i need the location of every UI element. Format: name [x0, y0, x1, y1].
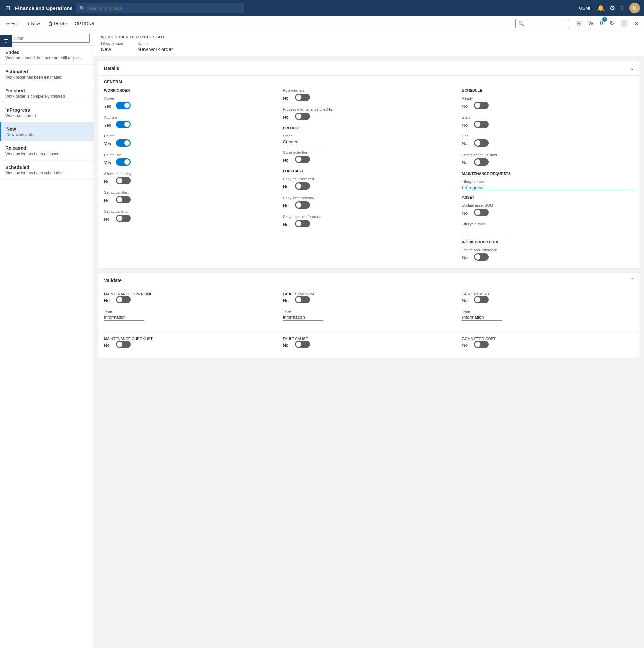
sidebar-item-finished[interactable]: Finished Work order is completely finish… — [0, 84, 94, 103]
active-value: Yes — [104, 104, 113, 109]
validate-card-header[interactable]: Validate ⌃ — [98, 273, 640, 288]
ready-toggle[interactable] — [474, 102, 489, 109]
delete-line-toggle[interactable] — [116, 158, 131, 166]
content-area: WORK ORDER LIFECYCLE STATE Lifecycle sta… — [94, 31, 644, 648]
process-checklist-toggle-row: No — [283, 113, 455, 121]
lifecycle-state-label: Lifecycle state — [101, 42, 124, 46]
maintenance-checklist-toggle-field: No — [104, 341, 276, 349]
copy-hour-value: No — [283, 184, 292, 189]
sidebar-item-released-title: Released — [5, 145, 88, 151]
close-activities-toggle[interactable] — [295, 156, 310, 163]
work-order-column: WORK ORDER Active Yes — [104, 88, 276, 267]
fault-remedy-type-value: Information — [462, 315, 502, 321]
update-asset-bom-toggle[interactable] — [474, 209, 489, 216]
notification-badge-icon[interactable]: 0 0 — [597, 18, 606, 29]
help-icon[interactable]: ? — [620, 5, 624, 12]
copy-hour-toggle[interactable] — [295, 182, 310, 190]
close-icon[interactable]: ✕ — [632, 18, 641, 29]
app-grid-icon[interactable]: ⊞ — [4, 3, 12, 13]
grid-view-icon[interactable]: ⊞ — [574, 18, 584, 29]
copy-expense-toggle[interactable] — [295, 220, 310, 227]
active-toggle[interactable] — [116, 102, 131, 109]
maintenance-downtime-toggle-row: No — [104, 296, 276, 305]
maintenance-downtime-toggle[interactable] — [116, 296, 131, 303]
notification-icon[interactable]: 🔔 — [597, 4, 604, 12]
toolbar-search-input[interactable] — [515, 19, 569, 28]
copy-expense-toggle-slider — [295, 220, 310, 227]
global-search-bar[interactable]: 🔍 — [76, 3, 244, 13]
sidebar-filter-input[interactable] — [4, 34, 90, 43]
fault-symptom-column: FAULT SYMPTOM No Type Information — [283, 292, 455, 326]
refresh-icon[interactable]: ↻ — [607, 18, 617, 29]
allow-scheduling-field: Allow scheduling No — [104, 172, 276, 186]
copy-hour-label: Copy hour forecast — [283, 177, 455, 181]
maintenance-downtime-section-title: MAINTENANCE DOWNTIME — [104, 292, 276, 296]
committed-cost-toggle[interactable] — [474, 341, 489, 348]
post-journals-toggle[interactable] — [295, 94, 310, 101]
set-actual-start-toggle-row: No — [104, 196, 276, 205]
maintenance-downtime-column: MAINTENANCE DOWNTIME No Type Informatio — [104, 292, 276, 326]
edit-button[interactable]: ✏ Edit — [3, 19, 22, 28]
sidebar-item-inprogress-title: InProgress — [5, 107, 88, 113]
copy-item-toggle[interactable] — [295, 201, 310, 209]
fault-remedy-toggle[interactable] — [474, 296, 489, 303]
fault-cause-toggle[interactable] — [295, 341, 310, 348]
word-icon[interactable]: W — [586, 18, 596, 29]
set-actual-start-toggle[interactable] — [116, 196, 131, 203]
stage-label: Stage — [283, 134, 455, 138]
start-value: No — [462, 123, 471, 128]
set-actual-end-field: Set actual end No — [104, 209, 276, 223]
start-toggle[interactable] — [474, 121, 489, 128]
maintenance-checklist-section-title: MAINTENANCE CHECKLIST — [104, 337, 276, 341]
end-label: End — [462, 134, 634, 138]
set-actual-end-toggle[interactable] — [116, 215, 131, 222]
fault-symptom-type-field: Type Information — [283, 309, 455, 321]
close-activities-value: No — [283, 158, 292, 163]
copy-item-label: Copy item forecast — [283, 196, 455, 200]
maximize-icon[interactable]: ⬜ — [618, 18, 630, 29]
work-order-pool-subsection: WORK ORDER POOL Delete pool reference No — [462, 240, 634, 262]
environment-label: USMF — [579, 6, 592, 11]
delete-schedule-lines-toggle[interactable] — [474, 158, 489, 166]
delete-line-label: Delete line — [104, 153, 276, 157]
avatar[interactable]: U — [629, 3, 640, 13]
sidebar-item-estimated-title: Estimated — [5, 69, 88, 74]
new-button[interactable]: + New — [24, 19, 43, 28]
sidebar-item-inprogress[interactable]: InProgress Work has started — [0, 103, 94, 122]
lifecycle-state-field: Lifecycle state New — [101, 42, 124, 52]
post-journals-field: Post journals No — [283, 88, 455, 102]
filter-panel-icon[interactable] — [0, 35, 12, 47]
sidebar-item-scheduled-title: Scheduled — [5, 165, 88, 170]
delete-toggle[interactable] — [116, 139, 131, 147]
maintenance-checklist-toggle[interactable] — [116, 341, 131, 348]
copy-expense-field: Copy expense forecast No — [283, 215, 455, 229]
sidebar-item-estimated[interactable]: Estimated Work order has been estimated — [0, 65, 94, 84]
fault-remedy-value: No — [462, 298, 471, 303]
details-card-title: Details — [104, 66, 119, 71]
sidebar-item-ended[interactable]: Ended Work has ended, but there are stil… — [0, 46, 94, 65]
fault-remedy-column: FAULT REMEDY No Type Information — [462, 292, 634, 326]
sidebar-item-new-title: New — [6, 126, 88, 132]
sidebar-item-released[interactable]: Released Work order has been released — [0, 141, 94, 161]
settings-icon[interactable]: ⚙ — [610, 4, 615, 12]
delete-pool-ref-toggle[interactable] — [474, 253, 489, 261]
allow-scheduling-toggle[interactable] — [116, 177, 131, 184]
end-toggle-row: No — [462, 139, 634, 148]
options-button[interactable]: OPTIONS — [71, 19, 98, 28]
maintenance-downtime-toggle-field: No — [104, 296, 276, 305]
committed-cost-column: COMMITTED COST No — [462, 337, 634, 354]
fault-symptom-toggle[interactable] — [295, 296, 310, 303]
mr-lifecycle-state-value[interactable]: InProgress — [462, 185, 634, 190]
validate-divider — [98, 331, 640, 331]
sidebar-item-scheduled[interactable]: Scheduled Work order has been scheduled — [0, 161, 94, 180]
set-actual-end-label: Set actual end — [104, 209, 276, 213]
sidebar-item-new[interactable]: New New work order — [0, 122, 94, 141]
add-line-toggle[interactable] — [116, 121, 131, 128]
process-checklist-toggle[interactable] — [295, 113, 310, 120]
delete-button[interactable]: 🗑 Delete — [45, 19, 70, 28]
details-card-header[interactable]: Details ⌄ — [98, 61, 640, 76]
end-toggle[interactable] — [474, 139, 489, 147]
delete-schedule-lines-field: Delete schedule lines No — [462, 153, 634, 167]
global-search-input[interactable] — [87, 6, 241, 11]
toolbar-right-icons: ⊞ W 0 0 ↻ ⬜ ✕ — [574, 18, 641, 29]
